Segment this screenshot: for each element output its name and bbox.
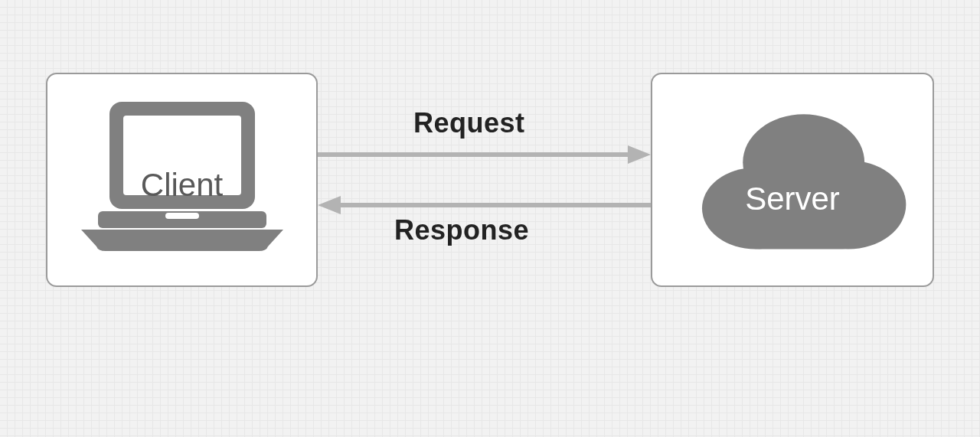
laptop-icon: Client [67,98,297,262]
cloud-icon: Server [678,96,907,264]
client-card: Client [46,73,318,287]
svg-rect-3 [165,213,199,219]
client-label: Client [67,167,297,204]
diagram-stage: Client Server Request [0,0,980,437]
server-card: Server [651,73,934,287]
server-label: Server [678,181,907,217]
request-arrow-icon [318,145,651,164]
svg-marker-9 [628,145,651,164]
response-label: Response [394,214,529,246]
request-label: Request [413,107,525,139]
svg-marker-11 [318,196,341,214]
response-arrow-icon [318,196,651,214]
